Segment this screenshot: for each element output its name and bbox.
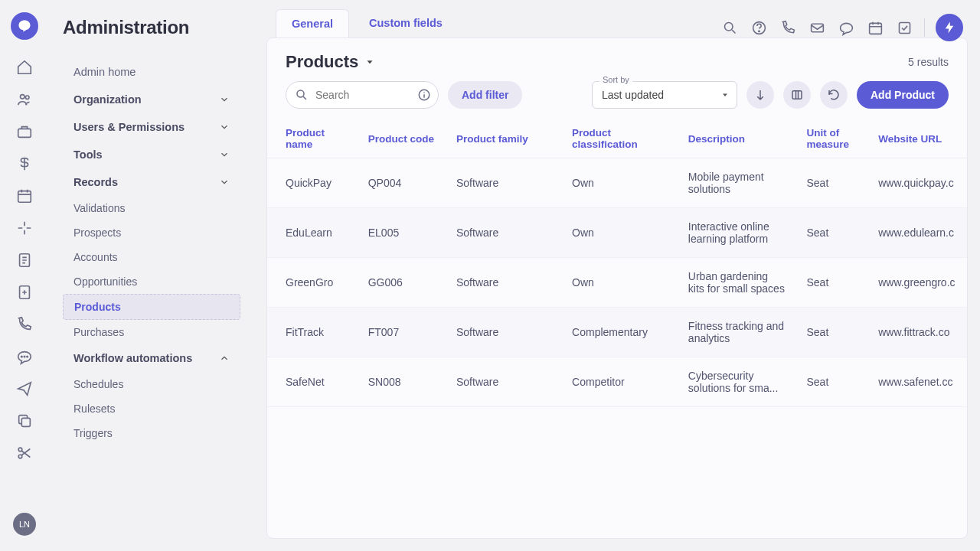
cell-uom: Seat (795, 357, 867, 407)
tab-general[interactable]: General (276, 9, 349, 37)
cell-uom: Seat (795, 308, 867, 357)
sort-select[interactable]: Sort by Last updated (592, 81, 737, 109)
products-table: Product name Product code Product family… (267, 119, 967, 407)
cell-description: Cybersecurity solutions for sma... (678, 357, 796, 407)
col-product-code[interactable]: Product code (358, 119, 446, 158)
col-product-classification[interactable]: Product classification (561, 119, 678, 158)
add-product-button[interactable]: Add Product (857, 81, 949, 109)
mail-icon[interactable] (808, 18, 826, 37)
nav-prospects[interactable]: Prospects (63, 220, 240, 245)
cell-description: Urban gardening kits for small spaces (678, 258, 796, 308)
cell-url: www.greengro.c (867, 258, 967, 308)
table-row[interactable]: GreenGro GG006 Software Own Urban garden… (267, 258, 967, 308)
task-icon[interactable] (895, 18, 913, 37)
svg-point-18 (297, 90, 304, 97)
caret-down-icon (364, 57, 375, 67)
cell-description: Fitness tracking and analytics (678, 308, 796, 357)
col-description[interactable]: Description (678, 119, 796, 158)
avatar[interactable]: LN (13, 513, 36, 536)
chat-icon[interactable] (837, 18, 855, 37)
col-product-name[interactable]: Product name (267, 119, 358, 158)
cell-name: GreenGro (267, 258, 358, 308)
phone-icon[interactable] (779, 18, 797, 37)
refresh-button[interactable] (820, 81, 848, 109)
cell-uom: Seat (795, 158, 867, 208)
nav-rulesets[interactable]: Rulesets (63, 396, 240, 421)
table-row[interactable]: SafeNet SN008 Software Competitor Cybers… (267, 357, 967, 407)
main-content: General Custom fields Products 5 results… (254, 0, 980, 551)
chevron-down-icon (219, 149, 230, 160)
info-icon[interactable] (417, 88, 431, 102)
nav-purchases[interactable]: Purchases (63, 320, 240, 344)
cell-description: Mobile payment solutions (678, 158, 796, 208)
nav-products[interactable]: Products (63, 294, 240, 320)
nav-organization[interactable]: Organization (63, 86, 240, 113)
users-icon[interactable] (15, 90, 34, 109)
sort-value: Last updated (592, 81, 737, 109)
spark-icon[interactable] (15, 219, 34, 237)
cell-uom: Seat (795, 258, 867, 308)
copy-icon[interactable] (15, 412, 34, 430)
cell-classification: Competitor (561, 357, 678, 407)
chat-rail-icon[interactable] (15, 347, 34, 366)
cell-code: EL005 (358, 208, 446, 258)
dollar-icon[interactable] (15, 155, 34, 173)
chevron-down-icon (219, 177, 230, 187)
table-row[interactable]: QuickPay QP004 Software Own Mobile payme… (267, 158, 967, 208)
panel: Products 5 results Add filter Sort by La… (266, 37, 968, 539)
nav-users-permissions[interactable]: Users & Permissions (63, 113, 240, 141)
cell-family: Software (446, 258, 561, 308)
tab-custom-fields[interactable]: Custom fields (354, 9, 458, 37)
sidebar: Administration Admin home Organization U… (49, 0, 254, 551)
nav-validations[interactable]: Validations (63, 196, 240, 220)
topbar (720, 11, 980, 44)
cell-name: EduLearn (267, 208, 358, 258)
document-icon[interactable] (15, 251, 34, 269)
svg-point-12 (724, 22, 733, 31)
flash-button[interactable] (936, 14, 963, 41)
col-product-family[interactable]: Product family (446, 119, 561, 158)
help-icon[interactable] (750, 18, 768, 37)
svg-point-10 (18, 448, 22, 452)
calendar-rail-icon[interactable] (15, 187, 34, 205)
cell-classification: Own (561, 158, 678, 208)
nav-tools[interactable]: Tools (63, 141, 240, 168)
send-icon[interactable] (15, 380, 34, 398)
cell-url: www.safenet.cc (867, 357, 967, 407)
cell-name: QuickPay (267, 158, 358, 208)
add-filter-button[interactable]: Add filter (448, 81, 522, 109)
scissors-icon[interactable] (15, 444, 34, 462)
search-input[interactable] (286, 81, 439, 109)
nav-triggers[interactable]: Triggers (63, 421, 240, 445)
sort-direction-button[interactable] (746, 81, 774, 109)
nav-schedules[interactable]: Schedules (63, 372, 240, 396)
cell-name: SafeNet (267, 357, 358, 407)
nav-accounts[interactable]: Accounts (63, 245, 240, 269)
table-row[interactable]: FitTrack FT007 Software Complementary Fi… (267, 308, 967, 357)
nav-admin-home[interactable]: Admin home (63, 58, 240, 86)
add-document-icon[interactable] (15, 283, 34, 302)
svg-point-8 (27, 356, 28, 357)
panel-title-dropdown[interactable]: Products (286, 52, 375, 72)
columns-button[interactable] (783, 81, 811, 109)
svg-rect-3 (18, 191, 31, 203)
svg-point-14 (758, 31, 759, 31)
home-icon[interactable] (15, 58, 34, 77)
table-row[interactable]: EduLearn EL005 Software Own Interactive … (267, 208, 967, 258)
nav-label: Records (74, 176, 118, 188)
briefcase-icon[interactable] (15, 122, 34, 141)
search-icon[interactable] (720, 18, 739, 37)
nav-label: Users & Permissions (74, 121, 185, 133)
col-website-url[interactable]: Website URL (867, 119, 967, 158)
col-uom[interactable]: Unit of measure (795, 119, 867, 158)
nav-workflow[interactable]: Workflow automations (63, 344, 240, 372)
nav-records[interactable]: Records (63, 168, 240, 196)
cell-classification: Complementary (561, 308, 678, 357)
nav-opportunities[interactable]: Opportunities (63, 269, 240, 294)
app-logo[interactable] (11, 12, 38, 40)
calendar-icon[interactable] (866, 18, 884, 37)
panel-title-text: Products (286, 52, 358, 72)
phone-rail-icon[interactable] (15, 315, 34, 334)
page-title: Administration (63, 17, 240, 38)
nav-label: Workflow automations (74, 352, 192, 364)
